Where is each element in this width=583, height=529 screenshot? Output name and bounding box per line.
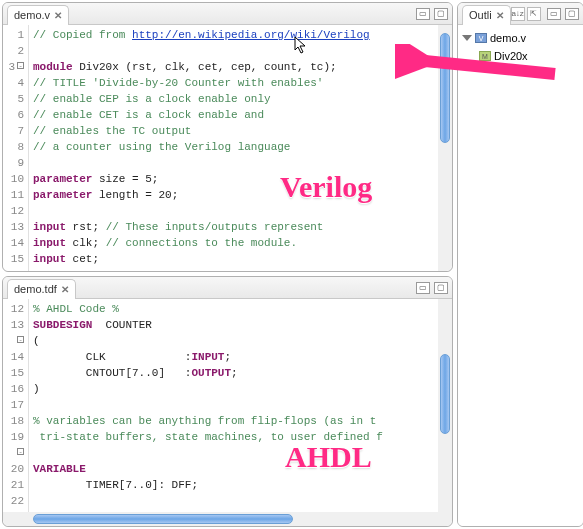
tab-demo-v[interactable]: demo.v ✕ <box>7 5 69 25</box>
vertical-scrollbar[interactable] <box>438 25 452 271</box>
maximize-icon[interactable]: ▢ <box>434 8 448 20</box>
line-gutter: 123-456789101112131415 <box>3 25 29 271</box>
editor-body-ahdl[interactable]: 1213-141516171819-202122232425-26 % AHDL… <box>3 299 452 526</box>
outline-item-file[interactable]: V demo.v <box>462 29 579 47</box>
close-icon[interactable]: ✕ <box>496 10 504 21</box>
scrollbar-thumb[interactable] <box>33 514 293 524</box>
tab-outline[interactable]: Outli ✕ <box>462 5 511 25</box>
close-icon[interactable]: ✕ <box>61 284 69 295</box>
scrollbar-thumb[interactable] <box>440 354 450 434</box>
scrollbar-thumb[interactable] <box>440 33 450 143</box>
module-icon: M <box>479 51 491 61</box>
code-area[interactable]: // Copied from http://en.wikipedia.org/w… <box>29 25 438 271</box>
tab-label: Outli <box>469 9 492 21</box>
minimize-icon[interactable]: ▭ <box>416 282 430 294</box>
tab-label: demo.tdf <box>14 283 57 295</box>
tab-demo-tdf[interactable]: demo.tdf ✕ <box>7 279 76 299</box>
verilog-file-icon: V <box>475 33 487 43</box>
line-gutter: 1213-141516171819-202122232425-26 <box>3 299 29 512</box>
editor-panel-verilog: demo.v ✕ ▭ ▢ 123-456789101112131415 // C… <box>2 2 453 272</box>
editor-tab-row: demo.tdf ✕ ▭ ▢ <box>3 277 452 299</box>
code-area[interactable]: % AHDL Code %SUBDESIGN COUNTER( CLK :INP… <box>29 299 438 512</box>
maximize-icon[interactable]: ▢ <box>434 282 448 294</box>
outline-item-module[interactable]: M Div20x <box>462 47 579 65</box>
tab-label: demo.v <box>14 9 50 21</box>
chevron-down-icon[interactable] <box>462 35 472 41</box>
horizontal-scrollbar[interactable] <box>3 512 452 526</box>
minimize-icon[interactable]: ▭ <box>547 8 561 20</box>
vertical-scrollbar[interactable] <box>438 299 452 512</box>
editor-body-verilog[interactable]: 123-456789101112131415 // Copied from ht… <box>3 25 452 271</box>
editor-tab-row: demo.v ✕ ▭ ▢ <box>3 3 452 25</box>
sort-alpha-icon[interactable]: a↓z <box>511 7 525 21</box>
maximize-icon[interactable]: ▢ <box>565 8 579 20</box>
outline-tree[interactable]: V demo.v M Div20x <box>458 25 583 526</box>
minimize-icon[interactable]: ▭ <box>416 8 430 20</box>
outline-item-label: demo.v <box>490 32 526 44</box>
outline-panel: Outli ✕ a↓z ⇱ ▭ ▢ V demo.v <box>457 2 583 527</box>
outline-tab-row: Outli ✕ a↓z ⇱ ▭ ▢ <box>458 3 583 25</box>
outline-item-label: Div20x <box>494 50 528 62</box>
editor-panel-ahdl: demo.tdf ✕ ▭ ▢ 1213-141516171819-2021222… <box>2 276 453 527</box>
close-icon[interactable]: ✕ <box>54 10 62 21</box>
collapse-tree-icon[interactable]: ⇱ <box>527 7 541 21</box>
